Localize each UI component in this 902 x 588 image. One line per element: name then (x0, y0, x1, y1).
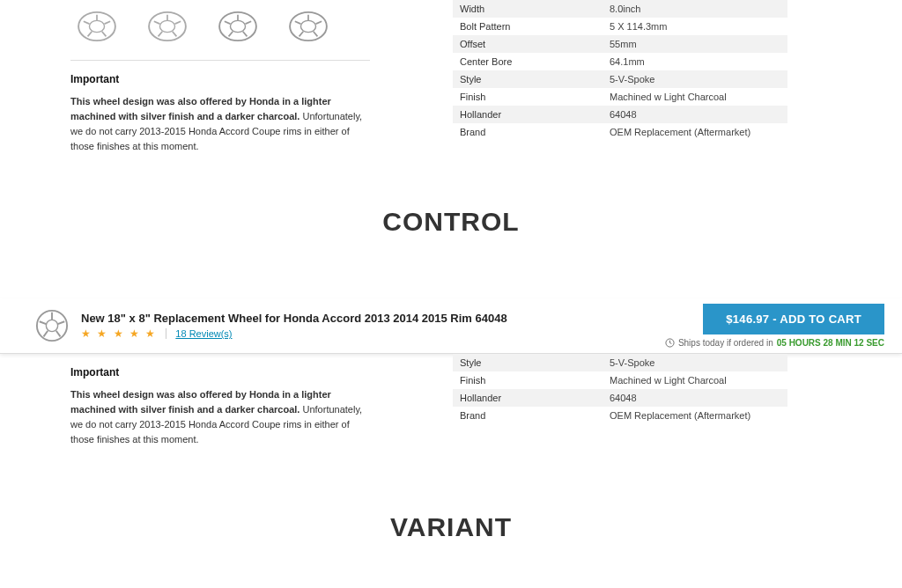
star-rating: ★ ★ ★ ★ ★ (81, 327, 157, 340)
spec-table-control: Width8.0inchBolt Pattern5 X 114.3mmOffse… (453, 0, 787, 141)
important-note: Important This wheel design was also off… (70, 73, 370, 154)
variant-label: VARIANT (0, 512, 902, 542)
spec-value: 64048 (610, 393, 780, 403)
spec-row: FinishMachined w Light Charcoal (453, 88, 787, 106)
spec-row: FinishMachined w Light Charcoal (453, 371, 787, 389)
important-heading: Important (70, 73, 370, 85)
spec-label: Style (460, 74, 610, 85)
svg-line-32 (58, 321, 65, 324)
rating-row: ★ ★ ★ ★ ★ 18 Review(s) (81, 327, 665, 340)
spec-label: Finish (460, 92, 610, 102)
spec-label: Hollander (460, 393, 610, 403)
important-heading: Important (70, 366, 370, 379)
sticky-product-bar: New 18" x 8" Replacement Wheel for Honda… (0, 298, 902, 354)
spec-value: 8.0inch (610, 4, 780, 14)
product-title: New 18" x 8" Replacement Wheel for Honda… (81, 312, 665, 325)
spec-value: 55mm (610, 39, 780, 49)
svg-line-5 (88, 32, 92, 37)
svg-line-25 (316, 21, 322, 24)
clock-icon (665, 338, 675, 348)
spec-label: Finish (460, 375, 610, 386)
add-to-cart-button[interactable]: $146.97 - ADD TO CART (703, 304, 884, 334)
wheel-thumb-3[interactable] (211, 9, 264, 44)
ship-countdown: 05 HOURS 28 MIN 12 SEC (777, 338, 884, 348)
spec-value: OEM Replacement (Aftermarket) (610, 127, 780, 137)
svg-line-19 (229, 32, 233, 37)
svg-line-20 (243, 32, 248, 37)
svg-line-27 (314, 32, 318, 37)
svg-line-13 (173, 32, 177, 37)
svg-line-10 (154, 21, 160, 24)
control-label: CONTROL (0, 207, 902, 237)
spec-value: 5-V-Spoke (610, 357, 780, 368)
spec-row: BrandOEM Replacement (Aftermarket) (453, 123, 787, 141)
spec-value: OEM Replacement (Aftermarket) (610, 410, 780, 421)
spec-value: 64048 (610, 109, 780, 120)
spec-label: Hollander (460, 109, 610, 120)
spec-label: Center Bore (460, 56, 610, 67)
spec-value: 5 X 114.3mm (610, 21, 780, 32)
svg-line-12 (159, 32, 163, 37)
wheel-icon (35, 309, 69, 342)
svg-line-17 (225, 21, 231, 24)
spec-label: Brand (460, 410, 610, 421)
spec-value: Machined w Light Charcoal (610, 92, 780, 102)
variant-section: New 18" x 8" Replacement Wheel for Honda… (0, 298, 902, 459)
spec-row: Hollander64048 (453, 389, 787, 407)
cart-block: $146.97 - ADD TO CART Ships today if ord… (665, 304, 884, 348)
important-text: This wheel design was also offered by Ho… (70, 387, 370, 447)
variant-body: Important This wheel design was also off… (0, 354, 902, 459)
svg-point-29 (46, 320, 57, 332)
spec-label: Bolt Pattern (460, 21, 610, 32)
spec-row: Width8.0inch (453, 0, 787, 18)
svg-point-22 (300, 20, 315, 32)
spec-label: Width (460, 4, 610, 14)
spec-label: Offset (460, 39, 610, 49)
spec-row: Offset55mm (453, 35, 787, 53)
spec-label: Style (460, 357, 610, 368)
svg-line-6 (102, 32, 107, 37)
important-text: This wheel design was also offered by Ho… (70, 94, 370, 154)
spec-row: BrandOEM Replacement (Aftermarket) (453, 407, 787, 424)
wheel-thumb-4[interactable] (282, 9, 335, 44)
spec-value: Machined w Light Charcoal (610, 375, 780, 386)
spec-value: 5-V-Spoke (610, 74, 780, 85)
svg-line-37 (669, 343, 671, 344)
spec-row: Center Bore64.1mm (453, 53, 787, 70)
svg-line-34 (56, 331, 61, 337)
svg-line-33 (44, 331, 48, 337)
spec-row: Hollander64048 (453, 106, 787, 123)
svg-line-11 (175, 21, 181, 24)
svg-line-24 (295, 21, 301, 24)
svg-line-3 (84, 21, 90, 24)
shipping-countdown: Ships today if ordered in 05 HOURS 28 MI… (665, 338, 884, 348)
spec-label: Brand (460, 127, 610, 137)
spec-row: Style5-V-Spoke (453, 354, 787, 371)
divider (70, 60, 370, 61)
ship-prefix: Ships today if ordered in (678, 338, 773, 348)
spec-value: 64.1mm (610, 56, 780, 67)
spec-row: Style5-V-Spoke (453, 70, 787, 88)
svg-line-31 (40, 321, 47, 324)
spec-table-variant: Style5-V-SpokeFinishMachined w Light Cha… (453, 354, 787, 424)
svg-point-8 (159, 20, 174, 32)
wheel-thumb-1[interactable] (70, 9, 123, 44)
control-section: Important This wheel design was also off… (0, 0, 902, 154)
reviews-link[interactable]: 18 Review(s) (166, 328, 232, 339)
svg-line-4 (105, 21, 111, 24)
svg-line-18 (246, 21, 252, 24)
spec-row: Bolt Pattern5 X 114.3mm (453, 18, 787, 35)
svg-point-1 (89, 20, 104, 32)
title-block: New 18" x 8" Replacement Wheel for Honda… (81, 312, 665, 340)
svg-point-15 (230, 20, 245, 32)
wheel-thumb-2[interactable] (141, 9, 194, 44)
important-note-variant: Important This wheel design was also off… (70, 366, 370, 447)
svg-line-26 (299, 32, 304, 37)
